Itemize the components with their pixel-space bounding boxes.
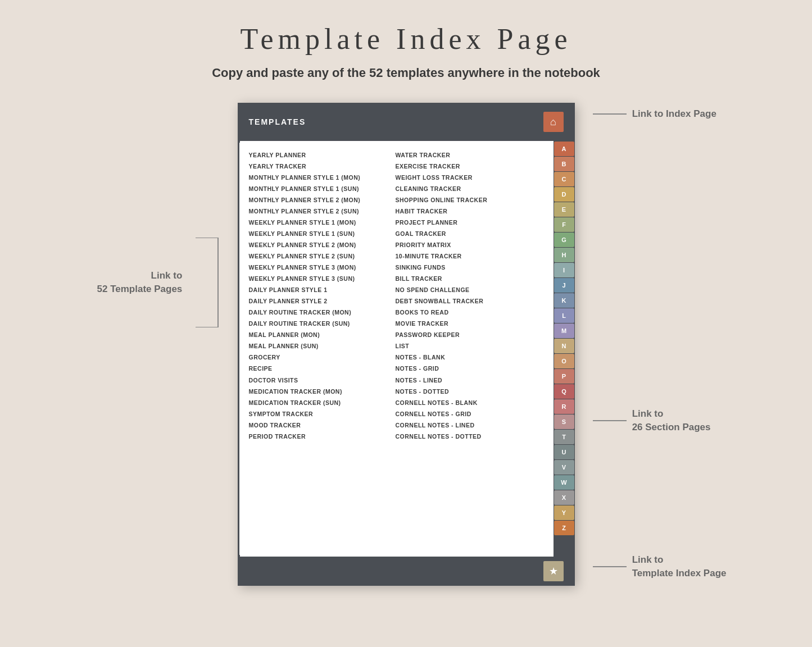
- template-item[interactable]: MONTHLY PLANNER STYLE 1 (SUN): [249, 184, 396, 195]
- template-item[interactable]: NOTES - GRID: [396, 363, 542, 375]
- template-item[interactable]: MEAL PLANNER (MON): [249, 330, 396, 341]
- tab-item-b[interactable]: B: [554, 157, 574, 171]
- home-icon-button[interactable]: ⌂: [543, 112, 564, 132]
- template-item[interactable]: PRIORITY MATRIX: [396, 240, 542, 251]
- template-item[interactable]: SYMPTOM TRACKER: [249, 408, 396, 420]
- template-col-left: YEARLY PLANNERYEARLY TRACKERMONTHLY PLAN…: [249, 150, 396, 442]
- template-item[interactable]: YEARLY PLANNER: [249, 150, 396, 161]
- tab-item-v[interactable]: V: [554, 460, 574, 475]
- tab-item-r[interactable]: R: [554, 399, 574, 414]
- left-bracket-svg: [190, 238, 221, 327]
- template-item[interactable]: WEEKLY PLANNER STYLE 1 (SUN): [249, 229, 396, 240]
- template-item[interactable]: DAILY ROUTINE TRACKER (MON): [249, 307, 396, 318]
- template-item[interactable]: YEARLY TRACKER: [249, 161, 396, 172]
- left-ann-text: Link to52 Template Pages: [97, 269, 183, 296]
- tab-item-j[interactable]: J: [554, 278, 574, 293]
- template-item[interactable]: CORNELL NOTES - LINED: [396, 420, 542, 431]
- template-item[interactable]: CORNELL NOTES - BLANK: [396, 397, 542, 408]
- tab-item-t[interactable]: T: [554, 430, 574, 444]
- right-ann-line-sections: [593, 420, 627, 422]
- template-item[interactable]: DAILY ROUTINE TRACKER (SUN): [249, 318, 396, 330]
- template-item[interactable]: GROCERY: [249, 352, 396, 363]
- template-item[interactable]: MEDICATION TRACKER (MON): [249, 386, 396, 397]
- template-item[interactable]: NOTES - BLANK: [396, 352, 542, 363]
- template-item[interactable]: 10-MINUTE TRACKER: [396, 251, 542, 262]
- template-item[interactable]: BOOKS TO READ: [396, 307, 542, 318]
- template-list-area: YEARLY PLANNERYEARLY TRACKERMONTHLY PLAN…: [238, 141, 554, 557]
- template-item[interactable]: NOTES - DOTTED: [396, 386, 542, 397]
- tab-item-d[interactable]: D: [554, 187, 574, 202]
- tab-item-e[interactable]: E: [554, 202, 574, 217]
- template-item[interactable]: DAILY PLANNER STYLE 1: [249, 285, 396, 296]
- template-item[interactable]: DAILY PLANNER STYLE 2: [249, 296, 396, 307]
- tab-item-i[interactable]: I: [554, 263, 574, 277]
- tab-item-g[interactable]: G: [554, 233, 574, 247]
- template-item[interactable]: WEIGHT LOSS TRACKER: [396, 172, 542, 184]
- template-item[interactable]: WEEKLY PLANNER STYLE 3 (SUN): [249, 274, 396, 285]
- page-title: Template Index Page: [240, 22, 571, 56]
- template-item[interactable]: MONTHLY PLANNER STYLE 1 (MON): [249, 172, 396, 184]
- star-button[interactable]: ★: [543, 561, 564, 581]
- notebook: TEMPLATES ⌂ YEARLY PLANNERYEARLY TRACKER…: [238, 103, 575, 586]
- template-item[interactable]: BILL TRACKER: [396, 274, 542, 285]
- tab-item-f[interactable]: F: [554, 217, 574, 232]
- tab-item-k[interactable]: K: [554, 293, 574, 308]
- tab-sidebar: ABCDEFGHIJKLMNOPQRSTUVWXYZ: [554, 141, 575, 557]
- tab-item-z[interactable]: Z: [554, 521, 574, 535]
- tab-item-p[interactable]: P: [554, 369, 574, 384]
- template-item[interactable]: CORNELL NOTES - GRID: [396, 408, 542, 420]
- template-item[interactable]: DOCTOR VISITS: [249, 375, 396, 386]
- template-item[interactable]: MOOD TRACKER: [249, 420, 396, 431]
- tab-item-q[interactable]: Q: [554, 384, 574, 399]
- template-col-right: WATER TRACKEREXERCISE TRACKERWEIGHT LOSS…: [396, 150, 542, 442]
- template-item[interactable]: MEDICATION TRACKER (SUN): [249, 397, 396, 408]
- tab-item-m[interactable]: M: [554, 324, 574, 338]
- template-item[interactable]: MONTHLY PLANNER STYLE 2 (MON): [249, 195, 396, 206]
- page-subtitle: Copy and paste any of the 52 templates a…: [212, 66, 600, 80]
- tab-item-w[interactable]: W: [554, 475, 574, 490]
- left-border-bracket: [238, 141, 240, 557]
- tab-item-l[interactable]: L: [554, 308, 574, 323]
- tab-item-c[interactable]: C: [554, 172, 574, 186]
- star-icon: ★: [549, 565, 558, 577]
- template-item[interactable]: SINKING FUNDS: [396, 262, 542, 274]
- tab-item-u[interactable]: U: [554, 445, 574, 459]
- template-item[interactable]: PROJECT PLANNER: [396, 217, 542, 229]
- template-item[interactable]: MOVIE TRACKER: [396, 318, 542, 330]
- template-item[interactable]: MONTHLY PLANNER STYLE 2 (SUN): [249, 206, 396, 217]
- notebook-body: YEARLY PLANNERYEARLY TRACKERMONTHLY PLAN…: [238, 141, 575, 557]
- template-item[interactable]: CORNELL NOTES - DOTTED: [396, 431, 542, 442]
- right-ann-template-index-text: Link toTemplate Index Page: [632, 553, 727, 580]
- template-item[interactable]: PASSWORD KEEPER: [396, 330, 542, 341]
- template-item[interactable]: WATER TRACKER: [396, 150, 542, 161]
- template-columns: YEARLY PLANNERYEARLY TRACKERMONTHLY PLAN…: [249, 150, 542, 442]
- template-item[interactable]: WEEKLY PLANNER STYLE 2 (MON): [249, 240, 396, 251]
- template-item[interactable]: HABIT TRACKER: [396, 206, 542, 217]
- template-item[interactable]: WEEKLY PLANNER STYLE 3 (MON): [249, 262, 396, 274]
- tab-item-s[interactable]: S: [554, 414, 574, 429]
- tab-item-x[interactable]: X: [554, 490, 574, 505]
- left-annotation: Link to52 Template Pages: [97, 238, 221, 327]
- template-item[interactable]: DEBT SNOWBALL TRACKER: [396, 296, 542, 307]
- page-wrapper: Template Index Page Copy and paste any o…: [0, 0, 812, 647]
- tab-item-y[interactable]: Y: [554, 505, 574, 520]
- right-ann-index-text: Link to Index Page: [632, 108, 716, 120]
- template-item[interactable]: CLEANING TRACKER: [396, 184, 542, 195]
- template-item[interactable]: PERIOD TRACKER: [249, 431, 396, 442]
- right-ann-line-index: [593, 113, 627, 115]
- template-item[interactable]: RECIPE: [249, 363, 396, 375]
- tab-item-n[interactable]: N: [554, 339, 574, 353]
- tab-item-o[interactable]: O: [554, 354, 574, 368]
- template-item[interactable]: NO SPEND CHALLENGE: [396, 285, 542, 296]
- notebook-header: TEMPLATES ⌂: [238, 103, 575, 141]
- template-item[interactable]: EXERCISE TRACKER: [396, 161, 542, 172]
- template-item[interactable]: WEEKLY PLANNER STYLE 1 (MON): [249, 217, 396, 229]
- template-item[interactable]: NOTES - LINED: [396, 375, 542, 386]
- template-item[interactable]: GOAL TRACKER: [396, 229, 542, 240]
- template-item[interactable]: SHOPPING ONLINE TRACKER: [396, 195, 542, 206]
- tab-item-h[interactable]: H: [554, 248, 574, 262]
- template-item[interactable]: MEAL PLANNER (SUN): [249, 341, 396, 352]
- template-item[interactable]: WEEKLY PLANNER STYLE 2 (SUN): [249, 251, 396, 262]
- template-item[interactable]: LIST: [396, 341, 542, 352]
- tab-item-a[interactable]: A: [554, 142, 574, 156]
